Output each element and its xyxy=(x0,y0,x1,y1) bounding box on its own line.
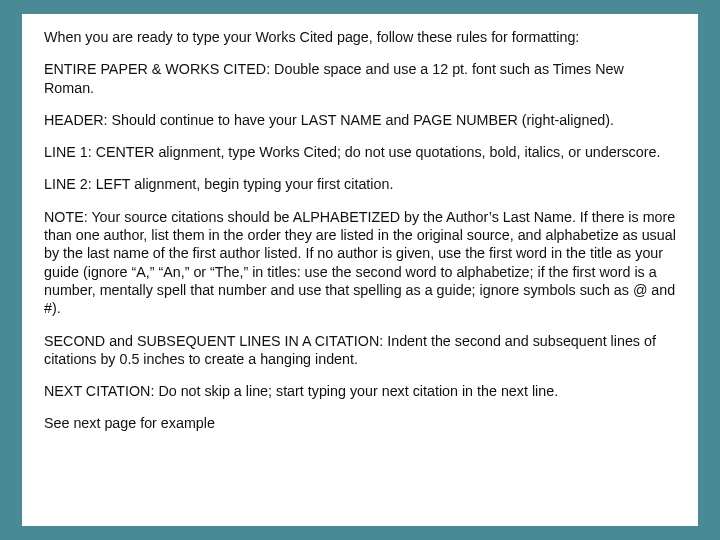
see-next-page: See next page for example xyxy=(44,414,676,432)
next-citation-rule: NEXT CITATION: Do not skip a line; start… xyxy=(44,382,676,400)
line-1-rule: LINE 1: CENTER alignment, type Works Cit… xyxy=(44,143,676,161)
slide-content: When you are ready to type your Works Ci… xyxy=(22,14,698,526)
intro-text: When you are ready to type your Works Ci… xyxy=(44,28,676,46)
line-2-rule: LINE 2: LEFT alignment, begin typing you… xyxy=(44,175,676,193)
header-rule: HEADER: Should continue to have your LAS… xyxy=(44,111,676,129)
entire-paper-rule: ENTIRE PAPER & WORKS CITED: Double space… xyxy=(44,60,676,97)
hanging-indent-rule: SECOND and SUBSEQUENT LINES IN A CITATIO… xyxy=(44,332,676,369)
note-alphabetize: NOTE: Your source citations should be AL… xyxy=(44,208,676,318)
